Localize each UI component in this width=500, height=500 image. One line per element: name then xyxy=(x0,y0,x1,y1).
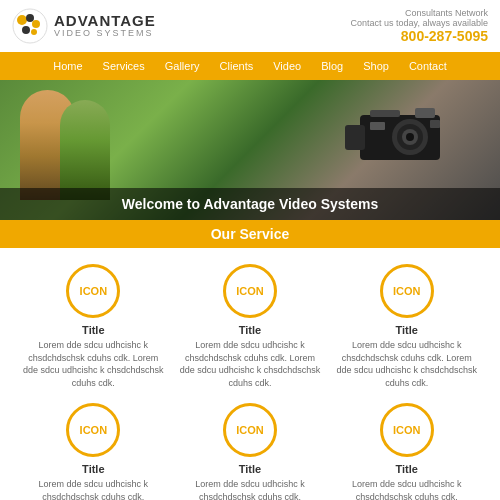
services-grid: ICON Title Lorem dde sdcu udhcishc k chs… xyxy=(0,248,500,500)
service-desc-6: Lorem dde sdcu udhcishc k chsdchdschsk c… xyxy=(333,478,480,500)
svg-point-5 xyxy=(31,29,37,35)
hero-overlay: Welcome to Advantage Video Systems xyxy=(0,188,500,220)
service-item-3: ICON Title Lorem dde sdcu udhcishc k chs… xyxy=(333,264,480,389)
hero-section: Welcome to Advantage Video Systems xyxy=(0,80,500,220)
svg-rect-14 xyxy=(430,120,440,128)
service-icon-4: ICON xyxy=(80,424,108,436)
service-title-4: Title xyxy=(82,463,104,475)
service-desc-3: Lorem dde sdcu udhcishc k chsdchdschsk c… xyxy=(333,339,480,389)
service-icon-circle-1: ICON xyxy=(66,264,120,318)
service-item-6: ICON Title Lorem dde sdcu udhcishc k chs… xyxy=(333,403,480,500)
logo-icon xyxy=(12,8,48,44)
logo-text: ADVANTAGE VIDEO SYSTEMS xyxy=(54,13,156,39)
service-title-3: Title xyxy=(395,324,417,336)
service-bar-label: Our Service xyxy=(211,226,290,242)
svg-rect-13 xyxy=(370,110,400,117)
nav-services[interactable]: Services xyxy=(93,52,155,80)
service-desc-4: Lorem dde sdcu udhcishc k chsdchdschsk c… xyxy=(20,478,167,500)
nav-video[interactable]: Video xyxy=(263,52,311,80)
contact-text: Contact us today, always available xyxy=(351,18,488,28)
consultant-text: Consultants Network xyxy=(351,8,488,18)
service-icon-circle-6: ICON xyxy=(380,403,434,457)
main-nav: Home Services Gallery Clients Video Blog… xyxy=(0,52,500,80)
nav-shop[interactable]: Shop xyxy=(353,52,399,80)
camera-image xyxy=(340,90,460,183)
nav-gallery[interactable]: Gallery xyxy=(155,52,210,80)
service-item-4: ICON Title Lorem dde sdcu udhcishc k chs… xyxy=(20,403,167,500)
service-desc-5: Lorem dde sdcu udhcishc k chsdchdschsk c… xyxy=(177,478,324,500)
service-icon-2: ICON xyxy=(236,285,264,297)
phone-number[interactable]: 800-287-5095 xyxy=(351,28,488,44)
nav-home[interactable]: Home xyxy=(43,52,92,80)
header: ADVANTAGE VIDEO SYSTEMS Consultants Netw… xyxy=(0,0,500,52)
service-icon-circle-5: ICON xyxy=(223,403,277,457)
service-item-1: ICON Title Lorem dde sdcu udhcishc k chs… xyxy=(20,264,167,389)
service-desc-1: Lorem dde sdcu udhcishc k chsdchdschsk c… xyxy=(20,339,167,389)
svg-point-4 xyxy=(22,26,30,34)
hero-welcome-text: Welcome to Advantage Video Systems xyxy=(122,196,379,212)
service-title-2: Title xyxy=(239,324,261,336)
service-title-5: Title xyxy=(239,463,261,475)
service-title-1: Title xyxy=(82,324,104,336)
camera-svg xyxy=(340,90,460,180)
service-icon-3: ICON xyxy=(393,285,421,297)
service-icon-circle-3: ICON xyxy=(380,264,434,318)
service-item-5: ICON Title Lorem dde sdcu udhcishc k chs… xyxy=(177,403,324,500)
logo-name: ADVANTAGE xyxy=(54,13,156,30)
svg-point-1 xyxy=(17,15,27,25)
service-bar: Our Service xyxy=(0,220,500,248)
svg-rect-15 xyxy=(370,122,385,130)
service-item-2: ICON Title Lorem dde sdcu udhcishc k chs… xyxy=(177,264,324,389)
nav-contact[interactable]: Contact xyxy=(399,52,457,80)
logo: ADVANTAGE VIDEO SYSTEMS xyxy=(12,8,156,44)
header-contact: Consultants Network Contact us today, al… xyxy=(351,8,488,44)
person2-silhouette xyxy=(60,100,110,200)
svg-point-11 xyxy=(406,133,414,141)
service-desc-2: Lorem dde sdcu udhcishc k chsdchdschsk c… xyxy=(177,339,324,389)
service-title-6: Title xyxy=(395,463,417,475)
svg-point-3 xyxy=(32,20,40,28)
service-icon-1: ICON xyxy=(80,285,108,297)
logo-subtitle: VIDEO SYSTEMS xyxy=(54,29,156,39)
service-icon-circle-4: ICON xyxy=(66,403,120,457)
service-icon-6: ICON xyxy=(393,424,421,436)
nav-blog[interactable]: Blog xyxy=(311,52,353,80)
service-icon-circle-2: ICON xyxy=(223,264,277,318)
svg-point-2 xyxy=(26,14,34,22)
nav-clients[interactable]: Clients xyxy=(210,52,264,80)
svg-rect-12 xyxy=(415,108,435,118)
service-icon-5: ICON xyxy=(236,424,264,436)
svg-rect-7 xyxy=(345,125,365,150)
